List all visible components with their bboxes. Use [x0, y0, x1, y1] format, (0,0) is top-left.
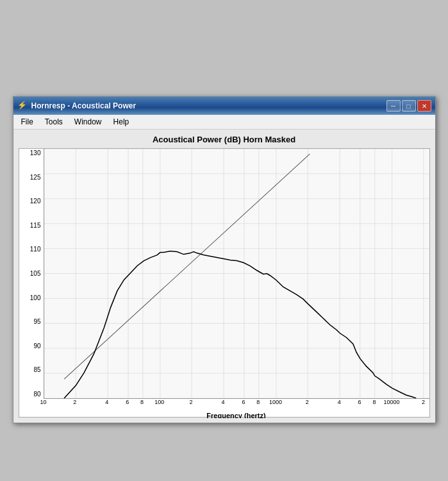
x-label-2a: 2 — [73, 399, 76, 405]
svg-line-28 — [64, 154, 310, 379]
minimize-button[interactable]: ─ — [386, 100, 401, 112]
x-label-2d: 2 — [422, 399, 425, 405]
x-axis-title: Frequency (hertz) — [44, 412, 429, 418]
y-label-80: 80 — [19, 391, 44, 398]
x-label-6a: 6 — [126, 399, 129, 405]
y-label-120: 120 — [19, 198, 44, 205]
x-axis-area: 10 2 4 6 8 100 2 4 6 8 1000 2 4 6 — [44, 399, 429, 418]
main-window: ⚡ Hornresp - Acoustical Power ─ □ ✕ File… — [13, 96, 436, 423]
x-label-100: 100 — [154, 399, 164, 405]
chart-area: 130 125 120 115 110 105 100 95 90 85 80 — [19, 149, 429, 418]
x-label-2b: 2 — [190, 399, 193, 405]
menu-help[interactable]: Help — [108, 116, 135, 128]
chart-container: 130 125 120 115 110 105 100 95 90 85 80 — [19, 148, 430, 418]
menu-window[interactable]: Window — [69, 116, 107, 128]
menu-tools[interactable]: Tools — [40, 116, 68, 128]
x-label-4a: 4 — [105, 399, 108, 405]
y-label-110: 110 — [19, 246, 44, 253]
x-label-6c: 6 — [358, 399, 361, 405]
window-title: Hornresp - Acoustical Power — [31, 101, 137, 110]
menubar: File Tools Window Help — [13, 115, 435, 130]
y-label-115: 115 — [19, 223, 44, 229]
x-label-8a: 8 — [140, 399, 144, 405]
plot-area — [44, 149, 429, 399]
x-label-4c: 4 — [338, 399, 341, 405]
x-label-8b: 8 — [256, 399, 260, 405]
app-icon: ⚡ — [17, 101, 28, 111]
x-label-10: 10 — [40, 399, 46, 405]
y-axis-labels: 130 125 120 115 110 105 100 95 90 85 80 — [19, 149, 44, 399]
y-label-100: 100 — [19, 295, 44, 301]
x-label-8c: 8 — [373, 399, 376, 405]
close-button[interactable]: ✕ — [417, 100, 431, 112]
chart-title: Acoustical Power (dB) Horn Masked — [19, 135, 430, 144]
titlebar: ⚡ Hornresp - Acoustical Power ─ □ ✕ — [13, 97, 435, 115]
x-label-1000: 1000 — [269, 399, 282, 405]
y-label-90: 90 — [19, 343, 44, 350]
x-label-6b: 6 — [242, 399, 245, 405]
x-label-2c: 2 — [306, 399, 309, 405]
menu-file[interactable]: File — [16, 116, 38, 128]
y-label-130: 130 — [19, 150, 44, 156]
maximize-button[interactable]: □ — [402, 100, 416, 112]
x-label-10000: 10000 — [384, 399, 400, 405]
titlebar-left: ⚡ Hornresp - Acoustical Power — [17, 101, 137, 111]
titlebar-buttons: ─ □ ✕ — [386, 100, 431, 112]
x-label-4b: 4 — [222, 399, 225, 405]
frequency-curve — [64, 251, 416, 398]
content-area: Acoustical Power (dB) Horn Masked 130 12… — [13, 130, 435, 423]
y-label-95: 95 — [19, 319, 44, 325]
y-label-85: 85 — [19, 367, 44, 373]
y-label-125: 125 — [19, 174, 44, 181]
y-label-105: 105 — [19, 271, 44, 277]
chart-svg — [44, 149, 429, 398]
